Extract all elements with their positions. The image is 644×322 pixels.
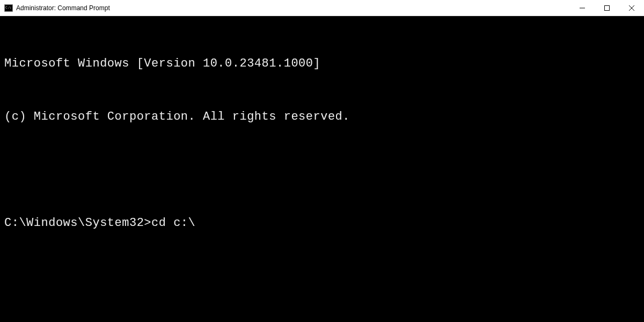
terminal-output[interactable]: Microsoft Windows [Version 10.0.23481.10… [0, 16, 644, 322]
minimize-button[interactable] [570, 0, 595, 16]
cmd-icon [4, 4, 13, 12]
window-controls [570, 0, 644, 16]
minimize-icon [580, 5, 585, 11]
svg-rect-1 [605, 5, 610, 10]
window-title: Administrator: Command Prompt [16, 4, 110, 12]
close-button[interactable] [619, 0, 644, 16]
terminal-line: Microsoft Windows [Version 10.0.23481.10… [4, 55, 640, 72]
terminal-line: C:\Windows\System32>cd c:\ [4, 214, 640, 232]
titlebar: Administrator: Command Prompt [0, 0, 644, 16]
terminal-line [4, 267, 640, 285]
terminal-line: (c) Microsoft Corporation. All rights re… [4, 108, 640, 126]
titlebar-left: Administrator: Command Prompt [0, 4, 110, 12]
terminal-line [4, 161, 640, 179]
close-icon [629, 5, 634, 11]
maximize-icon [604, 5, 610, 11]
maximize-button[interactable] [595, 0, 619, 16]
